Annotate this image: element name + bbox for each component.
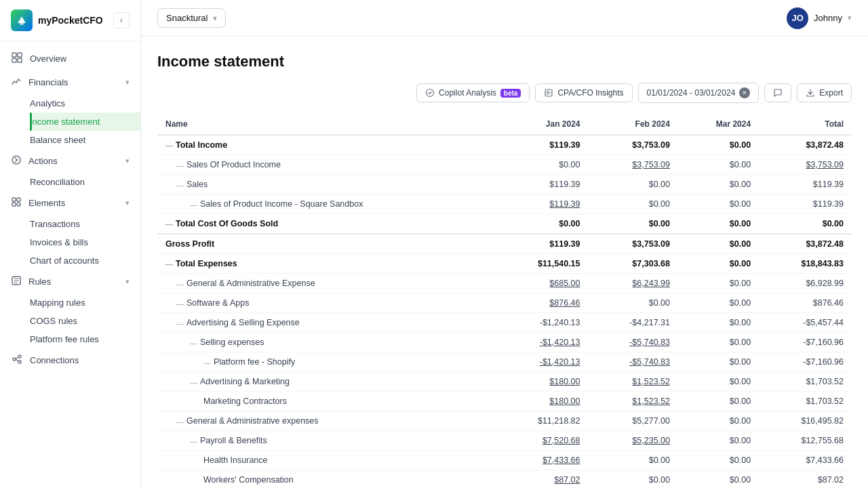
row-name-cell: —General & Administrative expenses bbox=[157, 411, 496, 431]
sidebar-item-rules[interactable]: Rules ▾ bbox=[0, 270, 140, 293]
sidebar-item-transactions[interactable]: Transactions bbox=[30, 215, 140, 233]
row-name-cell: —Selling expenses bbox=[157, 333, 496, 352]
company-chevron-icon: ▾ bbox=[213, 14, 217, 23]
sidebar-item-financials[interactable]: Financials ▾ bbox=[0, 70, 140, 94]
row-total-cell: -$5,457.44 bbox=[759, 313, 852, 333]
date-range-close-icon[interactable]: ✕ bbox=[739, 87, 750, 98]
row-name-cell: —Sales Of Product Income bbox=[157, 155, 496, 175]
row-mar-cell: $0.00 bbox=[678, 195, 759, 214]
rules-icon bbox=[11, 275, 22, 288]
collapse-icon[interactable]: — bbox=[190, 201, 197, 209]
table-row: —Sales of Product Income - Square Sandbo… bbox=[157, 195, 852, 214]
financials-subnav: Analytics Income statement Balance sheet bbox=[0, 94, 140, 149]
logo-text: myPocketCFO bbox=[38, 15, 103, 26]
col-total-header: Total bbox=[759, 114, 852, 135]
row-jan-cell: $119.39 bbox=[496, 195, 589, 214]
row-name-cell: —General & Administrative Expense bbox=[157, 274, 496, 293]
sidebar-item-transactions-label: Transactions bbox=[30, 219, 80, 229]
table-row: —Total Cost Of Goods Sold$0.00$0.00$0.00… bbox=[157, 214, 852, 235]
row-jan-cell: -$1,240.13 bbox=[496, 313, 589, 333]
sidebar: myPocketCFO ‹ Overview Financials ▾ Anal… bbox=[0, 0, 141, 488]
svg-rect-2 bbox=[18, 53, 22, 57]
sidebar-item-mapping-rules[interactable]: Mapping rules bbox=[30, 293, 140, 312]
copilot-analysis-button[interactable]: Copilot Analysis beta bbox=[416, 83, 530, 102]
table-row: Workers' Compensation$87.02$0.00$0.00$87… bbox=[157, 470, 852, 489]
collapse-icon[interactable]: — bbox=[176, 161, 184, 169]
collapse-icon[interactable]: — bbox=[190, 378, 197, 386]
overview-icon bbox=[11, 52, 23, 65]
row-jan-cell: $11,218.82 bbox=[496, 411, 589, 431]
sidebar-item-financials-label: Financials bbox=[28, 77, 68, 87]
sidebar-item-analytics[interactable]: Analytics bbox=[30, 94, 140, 113]
row-total-cell: $876.46 bbox=[759, 293, 852, 313]
sidebar-collapse-button[interactable]: ‹ bbox=[113, 12, 130, 28]
collapse-icon[interactable]: — bbox=[176, 300, 184, 308]
row-total-cell: $18,843.83 bbox=[759, 254, 852, 274]
sidebar-item-reconciliation[interactable]: Reconciliation bbox=[30, 173, 140, 191]
sidebar-item-invoices-bills[interactable]: Invoices & bills bbox=[30, 233, 140, 251]
company-selector[interactable]: Snacktural ▾ bbox=[157, 8, 226, 28]
row-mar-cell: $0.00 bbox=[678, 372, 759, 392]
sidebar-item-platform-fee-rules[interactable]: Platform fee rules bbox=[30, 330, 140, 348]
sidebar-item-balance-sheet[interactable]: Balance sheet bbox=[30, 131, 140, 149]
sidebar-item-elements[interactable]: Elements ▾ bbox=[0, 191, 140, 215]
financials-chevron-icon: ▾ bbox=[125, 78, 130, 87]
row-feb-cell: $7,303.68 bbox=[589, 254, 678, 274]
row-total-cell: $119.39 bbox=[759, 195, 852, 214]
collapse-icon[interactable]: — bbox=[176, 181, 184, 189]
row-mar-cell: $0.00 bbox=[678, 274, 759, 293]
cpa-insights-button[interactable]: CPA/CFO Insights bbox=[535, 83, 632, 102]
user-area[interactable]: JO Johnny ▾ bbox=[787, 7, 852, 29]
main-content: Snacktural ▾ JO Johnny ▾ Income statemen… bbox=[141, 0, 868, 488]
row-mar-cell: $0.00 bbox=[678, 155, 759, 175]
financials-icon bbox=[11, 76, 22, 89]
sidebar-item-reconciliation-label: Reconciliation bbox=[30, 177, 85, 187]
collapse-icon[interactable]: — bbox=[165, 142, 173, 150]
sidebar-item-rules-label: Rules bbox=[28, 277, 51, 287]
sidebar-item-actions-label: Actions bbox=[28, 156, 58, 166]
row-mar-cell: $0.00 bbox=[678, 254, 759, 274]
sidebar-item-cogs-rules[interactable]: COGS rules bbox=[30, 312, 140, 330]
col-mar-header: Mar 2024 bbox=[678, 114, 759, 135]
row-feb-cell: $1,523.52 bbox=[589, 372, 678, 392]
sidebar-item-chart-of-accounts[interactable]: Chart of accounts bbox=[30, 251, 140, 270]
row-mar-cell: $0.00 bbox=[678, 451, 759, 470]
collapse-icon[interactable]: — bbox=[176, 280, 184, 288]
sidebar-item-overview-label: Overview bbox=[30, 54, 66, 64]
date-range-button[interactable]: 01/01/2024 - 03/01/2024 ✕ bbox=[638, 83, 760, 103]
row-total-cell: $0.00 bbox=[759, 214, 852, 235]
row-name-cell: Marketing Contractors bbox=[157, 392, 496, 411]
table-row: —Payroll & Benefits$7,520.68$5,235.00$0.… bbox=[157, 431, 852, 451]
elements-subnav: Transactions Invoices & bills Chart of a… bbox=[0, 215, 140, 270]
row-jan-cell: $119.39 bbox=[496, 135, 589, 155]
svg-rect-4 bbox=[18, 58, 22, 62]
svg-rect-7 bbox=[17, 198, 20, 201]
beta-badge: beta bbox=[500, 89, 521, 98]
collapse-icon[interactable]: — bbox=[165, 260, 173, 268]
sidebar-item-connections[interactable]: Connections bbox=[0, 348, 140, 372]
row-mar-cell: $0.00 bbox=[678, 175, 759, 195]
svg-rect-8 bbox=[12, 203, 16, 206]
row-total-cell: $12,755.68 bbox=[759, 431, 852, 451]
row-name-cell: —Sales of Product Income - Square Sandbo… bbox=[157, 195, 496, 214]
col-jan-header: Jan 2024 bbox=[496, 114, 589, 135]
collapse-icon[interactable]: — bbox=[176, 319, 184, 327]
svg-point-5 bbox=[12, 156, 20, 164]
export-button[interactable]: Export bbox=[797, 83, 852, 102]
sidebar-item-income-statement[interactable]: Income statement bbox=[30, 113, 140, 131]
actions-chevron-icon: ▾ bbox=[125, 157, 130, 165]
sidebar-item-overview[interactable]: Overview bbox=[0, 47, 140, 70]
table-row: —Software & Apps$876.46$0.00$0.00$876.46 bbox=[157, 293, 852, 313]
comment-button[interactable] bbox=[764, 83, 791, 102]
collapse-icon[interactable]: — bbox=[190, 339, 197, 347]
sidebar-item-actions[interactable]: Actions ▾ bbox=[0, 149, 140, 173]
collapse-icon[interactable]: — bbox=[176, 418, 184, 426]
row-jan-cell: -$1,420.13 bbox=[496, 333, 589, 352]
collapse-icon[interactable]: — bbox=[190, 437, 197, 445]
collapse-icon[interactable]: — bbox=[203, 359, 211, 367]
company-name: Snacktural bbox=[166, 13, 208, 23]
table-row: —Selling expenses-$1,420.13-$5,740.83$0.… bbox=[157, 333, 852, 352]
sidebar-nav: Overview Financials ▾ Analytics Income s… bbox=[0, 41, 140, 488]
sidebar-item-analytics-label: Analytics bbox=[30, 98, 65, 108]
collapse-icon[interactable]: — bbox=[165, 220, 173, 228]
